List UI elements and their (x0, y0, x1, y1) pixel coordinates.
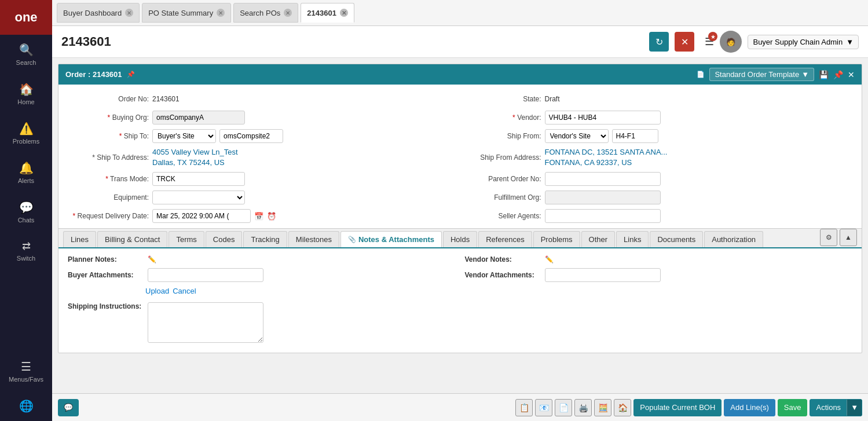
trans-mode-input[interactable] (152, 172, 245, 186)
inner-tab-billing-contact[interactable]: Billing & Contact (97, 231, 167, 247)
tab-search-pos[interactable]: Search POs ✕ (233, 3, 298, 23)
populate-boh-label: Populate Current BOH (640, 403, 715, 412)
tab-settings-button[interactable]: ⚙ (820, 229, 837, 246)
tb-icon-2[interactable]: 📧 (535, 399, 552, 416)
sidebar-item-home[interactable]: 🏠 Home (0, 74, 52, 114)
refresh-button[interactable]: ↻ (649, 32, 669, 52)
inner-tab-links[interactable]: Links (616, 231, 649, 247)
shipping-instructions-row: Shipping Instructions: (68, 302, 456, 343)
equipment-label: Equipment: (68, 193, 149, 202)
inner-tab-holds[interactable]: Holds (443, 231, 477, 247)
calendar-icon[interactable]: 📅 (254, 212, 263, 221)
inner-tab-documents[interactable]: Documents (650, 231, 703, 247)
inner-tab-notes-attachments[interactable]: 📎 Notes & Attachments (340, 231, 442, 248)
tab-buyer-dashboard[interactable]: Buyer Dashboard ✕ (57, 3, 140, 23)
tab-search-pos-close[interactable]: ✕ (284, 9, 292, 17)
ship-from-row: Ship From: Vendor's Site (460, 129, 853, 144)
inner-tab-holds-label: Holds (451, 235, 470, 244)
ship-to-row: Ship To: Buyer's Site (68, 129, 460, 144)
actions-button[interactable]: Actions ▼ (810, 399, 862, 416)
ship-to-site-input[interactable] (219, 129, 283, 143)
sidebar-item-problems[interactable]: ⚠️ Problems (0, 114, 52, 153)
save-button[interactable]: Save (778, 399, 808, 416)
menu-icon: ☰ (21, 360, 31, 374)
panel-save-icon-btn[interactable]: 💾 (819, 70, 829, 79)
vendor-input[interactable] (545, 111, 661, 125)
planner-notes-edit-icon[interactable]: ✏️ (148, 255, 156, 263)
parent-order-input[interactable] (545, 172, 661, 186)
tb-icon-4[interactable]: 🖨️ (574, 399, 592, 416)
order-no-value: 2143601 (152, 95, 180, 103)
page-content: Order : 2143601 📌 📄 Standard Order Templ… (52, 58, 868, 393)
ship-to-type-select[interactable]: Buyer's Site (152, 129, 216, 143)
vendor-attachments-input[interactable] (545, 268, 661, 282)
tab-po-state-summary[interactable]: PO State Summary ✕ (142, 3, 231, 23)
tb-icon-5[interactable]: 🧮 (594, 399, 611, 416)
inner-tab-milestones[interactable]: Milestones (288, 231, 339, 247)
add-lines-label: Add Line(s) (730, 403, 768, 412)
inner-tab-lines[interactable]: Lines (63, 231, 96, 247)
sidebar-item-switch[interactable]: ⇄ Switch (0, 232, 52, 270)
tab-po-state-summary-close[interactable]: ✕ (217, 9, 225, 17)
seller-agents-input[interactable] (545, 209, 661, 223)
ship-to-address-row: * Ship To Address: 4055 Valley View Ln_T… (68, 147, 460, 168)
vendor-attachments-row: Vendor Attachments: (465, 268, 853, 282)
buying-org-input[interactable] (152, 111, 245, 125)
form-left-col: Order No: 2143601 Buying Org: Ship To: B… (68, 91, 460, 224)
sidebar-problems-label: Problems (13, 138, 39, 145)
buyer-attachments-input[interactable] (148, 268, 263, 282)
chat-button[interactable]: 💬 (58, 399, 79, 416)
equipment-select[interactable] (152, 191, 245, 204)
ship-from-site-input[interactable] (612, 129, 658, 143)
vendor-notes-edit-icon[interactable]: ✏️ (545, 255, 554, 263)
ship-from-label: Ship From: (460, 132, 541, 140)
menu-button[interactable]: ☰ ★ (705, 35, 714, 48)
delivery-date-input[interactable] (152, 209, 251, 223)
clock-icon[interactable]: ⏰ (267, 212, 276, 221)
search-icon: 🔍 (19, 43, 34, 57)
inner-tab-authorization[interactable]: Authorization (704, 231, 763, 247)
tb-icon-6[interactable]: 🏠 (614, 399, 631, 416)
ship-from-type-select[interactable]: Vendor's Site (545, 129, 609, 143)
buyer-attachments-label: Buyer Attachments: (68, 271, 143, 279)
tab-collapse-button[interactable]: ▲ (840, 229, 857, 246)
tab-po-state-summary-label: PO State Summary (148, 9, 213, 17)
sidebar-item-profile[interactable]: 🌐 (0, 391, 52, 421)
tab-buyer-dashboard-close[interactable]: ✕ (125, 9, 133, 17)
add-lines-button[interactable]: Add Line(s) (724, 399, 775, 416)
order-no-label: Order No: (68, 95, 149, 103)
inner-tab-tracking[interactable]: Tracking (243, 231, 287, 247)
sidebar-item-search[interactable]: 🔍 Search (0, 35, 52, 74)
panel-pin-icon-btn[interactable]: 📌 (833, 70, 843, 79)
populate-boh-button[interactable]: Populate Current BOH (633, 399, 721, 416)
buying-org-label: Buying Org: (68, 114, 149, 122)
template-button[interactable]: Standard Order Template ▼ (709, 68, 814, 81)
fulfillment-org-input[interactable] (545, 191, 661, 204)
tb-icon-3[interactable]: 📄 (555, 399, 572, 416)
inner-tab-problems[interactable]: Problems (533, 231, 580, 247)
sidebar-item-alerts[interactable]: 🔔 Alerts (0, 153, 52, 192)
switch-icon: ⇄ (22, 240, 31, 252)
tb-icon-1[interactable]: 📋 (515, 399, 533, 416)
actions-dropdown-arrow[interactable]: ▼ (847, 400, 862, 416)
inner-tab-codes[interactable]: Codes (206, 231, 243, 247)
sidebar-item-chats[interactable]: 💬 Chats (0, 192, 52, 232)
state-row: State: Draft (460, 91, 853, 107)
seller-agents-label: Seller Agents: (460, 212, 541, 220)
top-tab-bar: Buyer Dashboard ✕ PO State Summary ✕ Sea… (52, 0, 868, 26)
inner-tab-references[interactable]: References (478, 231, 532, 247)
template-dropdown-icon: ▼ (801, 70, 809, 79)
sidebar-item-menus[interactable]: ☰ Menus/Favs (0, 352, 52, 391)
user-dropdown[interactable]: Buyer Supply Chain Admin ▼ (748, 35, 859, 49)
close-button[interactable]: ✕ (675, 32, 694, 52)
panel-close-icon-btn[interactable]: ✕ (848, 70, 855, 79)
cancel-link[interactable]: Cancel (173, 287, 196, 295)
upload-link[interactable]: Upload (145, 287, 169, 295)
save-label: Save (784, 403, 801, 412)
inner-tab-other[interactable]: Other (581, 231, 616, 247)
ship-to-address-label: * Ship To Address: (68, 153, 149, 162)
inner-tab-terms[interactable]: Terms (169, 231, 204, 247)
shipping-instructions-textarea[interactable] (148, 302, 263, 343)
tab-2143601[interactable]: 2143601 ✕ (301, 3, 354, 23)
tab-2143601-close[interactable]: ✕ (340, 9, 348, 17)
